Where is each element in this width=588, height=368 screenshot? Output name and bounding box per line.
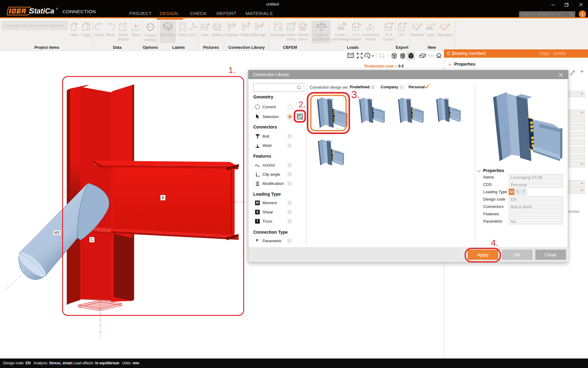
- svg-text:StatiCa: StatiCa: [29, 7, 54, 15]
- svg-text:XLS: XLS: [386, 26, 391, 29]
- svg-text:XLS: XLS: [353, 26, 359, 29]
- svg-text:IFC: IFC: [399, 26, 404, 29]
- svg-text:®: ®: [56, 7, 58, 10]
- svg-text:CONNECTION: CONNECTION: [62, 9, 96, 14]
- svg-text:M3: M3: [54, 231, 59, 235]
